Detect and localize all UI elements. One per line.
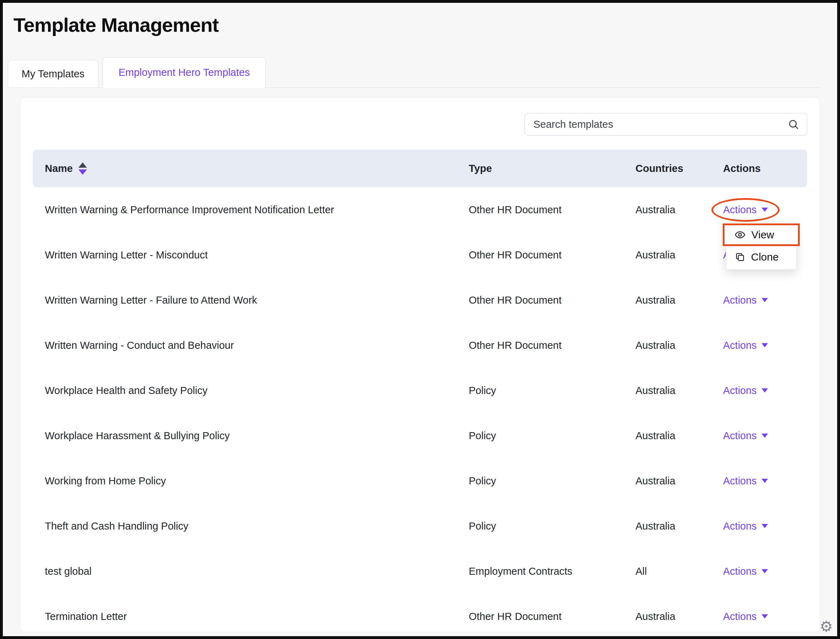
actions-button-label: Actions xyxy=(723,204,757,216)
actions-button-label: Actions xyxy=(723,566,757,577)
template-type: Employment Contracts xyxy=(469,566,636,577)
template-type: Other HR Document xyxy=(469,294,636,306)
template-name: Written Warning & Performance Improvemen… xyxy=(45,204,469,216)
template-countries: Australia xyxy=(636,475,723,487)
table-header: Name Type Countries Actions xyxy=(33,150,807,187)
actions-button[interactable]: Actions xyxy=(723,520,768,532)
templates-panel: Name Type Countries Actions Written Warn… xyxy=(20,97,820,632)
actions-cell: Actions xyxy=(723,458,807,504)
table-row: Workplace Health and Safety Policy Polic… xyxy=(33,368,807,413)
actions-button-label: Actions xyxy=(723,340,757,351)
template-name: Working from Home Policy xyxy=(45,475,469,487)
template-type: Other HR Document xyxy=(469,340,636,351)
template-type: Policy xyxy=(469,475,636,487)
table-row: Theft and Cash Handling Policy Policy Au… xyxy=(33,504,807,548)
page-title: Template Management xyxy=(13,13,837,37)
table-row: Termination Letter Other HR Document Aus… xyxy=(33,594,807,632)
table-row: Written Warning & Performance Improvemen… xyxy=(33,187,807,232)
screenshot-frame: Template Management My Templates Employm… xyxy=(0,0,840,639)
template-countries: Australia xyxy=(636,611,723,622)
template-name: Written Warning - Conduct and Behaviour xyxy=(45,340,469,351)
chevron-down-icon xyxy=(762,569,768,573)
template-name: Theft and Cash Handling Policy xyxy=(45,520,469,532)
actions-cell: Actions xyxy=(723,368,807,413)
template-type: Policy xyxy=(469,385,636,396)
actions-cell: Actions xyxy=(723,278,807,323)
template-type: Other HR Document xyxy=(469,249,636,261)
template-countries: All xyxy=(636,566,723,577)
actions-button-label: Actions xyxy=(723,475,757,487)
template-countries: Australia xyxy=(636,430,723,442)
gear-icon[interactable]: ⚙ xyxy=(819,619,833,634)
column-header-name-wrap: Name xyxy=(45,162,469,175)
chevron-down-icon xyxy=(762,298,768,302)
chevron-down-icon xyxy=(762,388,768,393)
actions-cell: Actions xyxy=(723,323,807,368)
column-header-actions: Actions xyxy=(723,163,807,175)
template-countries: Australia xyxy=(636,385,723,396)
actions-button[interactable]: Actions xyxy=(723,430,768,442)
chevron-down-icon xyxy=(762,524,768,528)
actions-button-label: Actions xyxy=(723,385,757,396)
search-input[interactable] xyxy=(533,118,788,130)
search-box[interactable] xyxy=(524,113,807,135)
template-name: test global xyxy=(45,566,469,577)
column-header-countries: Countries xyxy=(636,163,723,175)
actions-cell: Actions xyxy=(723,548,807,594)
actions-button[interactable]: Actions xyxy=(723,566,768,577)
dropdown-item-label: View xyxy=(751,229,774,241)
actions-button[interactable]: Actions xyxy=(711,198,779,222)
chevron-down-icon xyxy=(762,343,768,347)
chevron-down-icon xyxy=(762,208,768,212)
template-countries: Australia xyxy=(636,249,723,261)
actions-button[interactable]: Actions xyxy=(723,475,768,487)
clone-icon xyxy=(735,252,745,262)
chevron-down-icon xyxy=(762,434,768,438)
column-header-type: Type xyxy=(469,163,636,175)
actions-cell: Actions xyxy=(723,413,807,458)
tab-my-templates[interactable]: My Templates xyxy=(8,60,98,88)
template-type: Other HR Document xyxy=(469,611,636,622)
template-type: Policy xyxy=(469,520,636,532)
template-name: Termination Letter xyxy=(45,611,469,622)
template-name: Written Warning Letter - Misconduct xyxy=(45,249,469,261)
table-row: Written Warning Letter - Failure to Atte… xyxy=(33,278,807,323)
template-countries: Australia xyxy=(636,294,723,306)
template-type: Other HR Document xyxy=(469,204,636,216)
template-type: Policy xyxy=(469,430,636,442)
actions-cell: Actions xyxy=(723,504,807,548)
dropdown-item-view[interactable]: View xyxy=(723,224,800,246)
search-row xyxy=(33,113,807,135)
tab-employment-hero-templates[interactable]: Employment Hero Templates xyxy=(102,57,266,88)
table-row: Written Warning Letter - Misconduct Othe… xyxy=(33,232,807,278)
table-row: Working from Home Policy Policy Australi… xyxy=(33,458,807,504)
actions-button[interactable]: Actions xyxy=(723,611,768,622)
table-row: Written Warning - Conduct and Behaviour … xyxy=(33,323,807,368)
table-body: Written Warning & Performance Improvemen… xyxy=(33,187,807,632)
actions-button-label: Actions xyxy=(723,430,757,442)
actions-button[interactable]: Actions xyxy=(723,340,768,351)
actions-cell: Actions xyxy=(723,594,807,632)
actions-button-label: Actions xyxy=(723,520,757,532)
actions-button[interactable]: Actions xyxy=(723,385,768,396)
template-name: Workplace Health and Safety Policy xyxy=(45,385,469,396)
column-header-name[interactable]: Name xyxy=(45,163,73,175)
template-name: Workplace Harassment & Bullying Policy xyxy=(45,430,469,442)
dropdown-item-label: Clone xyxy=(751,251,779,263)
template-countries: Australia xyxy=(636,520,723,532)
dropdown-item-clone[interactable]: Clone xyxy=(726,247,796,267)
table-row: Workplace Harassment & Bullying Policy P… xyxy=(33,413,807,458)
actions-button-label: Actions xyxy=(723,294,757,306)
template-countries: Australia xyxy=(636,204,723,216)
eye-icon xyxy=(735,229,746,240)
tab-strip: My Templates Employment Hero Templates xyxy=(8,57,820,88)
actions-dropdown: View Clone xyxy=(726,223,797,270)
actions-button[interactable]: Actions xyxy=(723,294,768,306)
search-icon xyxy=(788,119,799,130)
sort-icon[interactable] xyxy=(78,162,87,175)
actions-cell: Actions View Clone xyxy=(723,187,807,232)
actions-button-label: Actions xyxy=(723,611,757,622)
table-row: test global Employment Contracts All Act… xyxy=(33,548,807,594)
chevron-down-icon xyxy=(762,614,768,618)
chevron-down-icon xyxy=(762,479,768,483)
